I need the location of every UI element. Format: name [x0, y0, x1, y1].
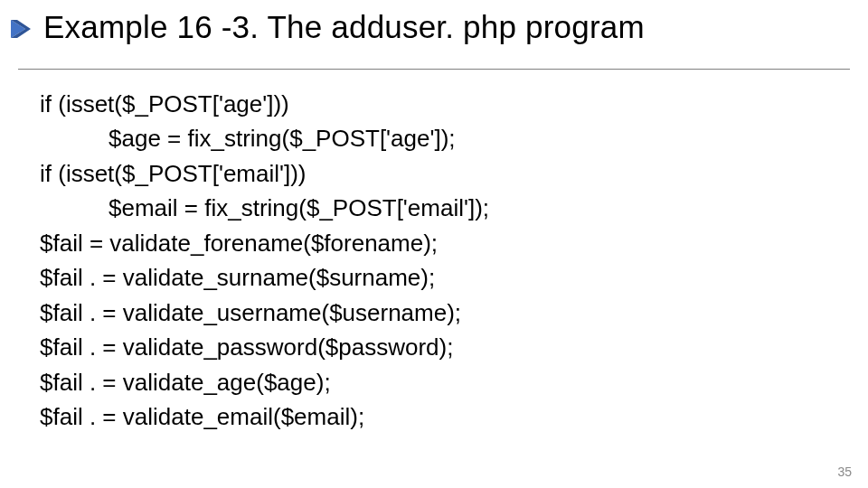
code-line: $fail . = validate_surname($surname);	[40, 260, 832, 295]
code-line: $fail = validate_forename($forename);	[40, 226, 832, 260]
code-line: if (isset($_POST['age']))	[40, 87, 832, 121]
arrow-bullet-icon	[9, 16, 34, 42]
code-line: $fail . = validate_username($username);	[40, 296, 832, 330]
code-line: $fail . = validate_email($email);	[40, 399, 832, 434]
code-line: $email = fix_string($_POST['email']);	[40, 191, 832, 225]
code-line: $fail . = validate_password($password);	[40, 330, 832, 364]
slide: Example 16 -3. The adduser. php program …	[0, 0, 868, 488]
code-line: if (isset($_POST['email']))	[40, 156, 832, 191]
code-line: $fail . = validate_age($age);	[40, 365, 832, 399]
divider	[18, 69, 850, 70]
title-wrap: Example 16 -3. The adduser. php program	[43, 9, 841, 45]
page-number: 35	[837, 465, 852, 479]
slide-title: Example 16 -3. The adduser. php program	[43, 9, 841, 45]
code-body: if (isset($_POST['age'])) $age = fix_str…	[40, 87, 832, 435]
code-line: $age = fix_string($_POST['age']);	[40, 121, 832, 155]
